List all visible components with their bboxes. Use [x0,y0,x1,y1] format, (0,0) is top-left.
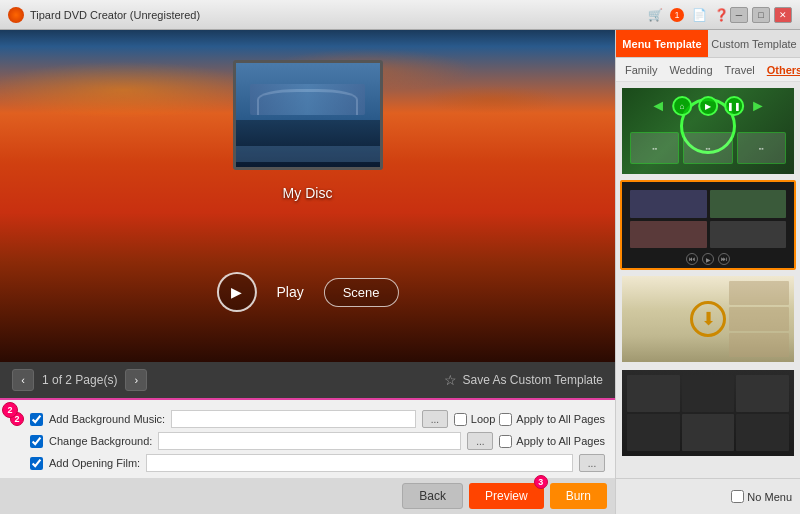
bg-music-label: Add Background Music: [49,413,165,425]
change-bg-row: Change Background: ... Apply to All Page… [10,432,605,450]
app-icon [8,7,24,23]
template-item-3[interactable]: ⬇ [620,274,796,364]
no-menu-label: No Menu [747,491,792,503]
bottom-actions: No Menu [616,478,800,514]
template-4-bg [622,370,794,456]
change-bg-label: Change Background: [49,435,152,447]
bg-music-row: 2 Add Background Music: ... Loop Apply t… [10,410,605,428]
bg-music-options: Loop Apply to All Pages [454,413,605,426]
change-bg-input[interactable] [158,432,461,450]
opening-film-checkbox[interactable] [30,457,43,470]
save-template-label: Save As Custom Template [462,373,603,387]
file-icon[interactable]: 📄 [690,6,708,24]
badge-2: 2 [2,402,18,418]
maximize-button[interactable]: □ [752,7,770,23]
pagination-bar: ‹ 1 of 2 Page(s) › ☆ Save As Custom Temp… [0,362,615,398]
templates-list: ◄ ⌂ ▶ ❚❚ ► ▪▪ ▪▪ [616,82,800,478]
apply-all-pages-label-2: Apply to All Pages [516,435,605,447]
disc-title: My Disc [283,185,333,201]
cart-icon[interactable]: 🛒 [646,6,664,24]
window-controls[interactable]: ─ □ ✕ [730,7,792,23]
loop-checkbox[interactable] [454,413,467,426]
travel-tab[interactable]: Travel [720,62,760,78]
change-bg-browse-button[interactable]: ... [467,432,493,450]
right-panel: Menu Template Custom Template Family Wed… [615,30,800,514]
help-icon[interactable]: ❓ [712,6,730,24]
template-item-4[interactable] [620,368,796,458]
family-tab[interactable]: Family [620,62,662,78]
disc-thumbnail [233,60,383,170]
menu-template-tab[interactable]: Menu Template [616,30,708,57]
burn-button[interactable]: Burn [550,483,607,509]
tab-header: Menu Template Custom Template [616,30,800,58]
bg-music-browse-button[interactable]: ... [422,410,448,428]
no-menu-checkbox[interactable] [731,490,744,503]
main-actions: Back 3 Preview Burn [0,478,615,514]
play-label[interactable]: Play [276,284,303,300]
minimize-button[interactable]: ─ [730,7,748,23]
badge-3: 3 [534,475,548,489]
download-icon: ⬇ [690,301,726,337]
prev-page-button[interactable]: ‹ [12,369,34,391]
opening-film-browse-button[interactable]: ... [579,454,605,472]
star-icon: ☆ [444,372,457,388]
opening-film-row: Add Opening Film: ... [10,454,605,472]
main-container: My Disc ▶ Play Scene ‹ 1 of 2 Page(s) › … [0,30,800,514]
toolbar-icons: 🛒 1 📄 ❓ [646,6,730,24]
save-template-button[interactable]: ☆ Save As Custom Template [444,372,603,388]
preview-background: My Disc ▶ Play Scene [0,30,615,362]
custom-template-tab[interactable]: Custom Template [708,30,800,57]
back-button[interactable]: Back [402,483,463,509]
change-bg-checkbox[interactable] [30,435,43,448]
title-bar: Tipard DVD Creator (Unregistered) 🛒 1 📄 … [0,0,800,30]
close-button[interactable]: ✕ [774,7,792,23]
template-item-2[interactable]: ⏮ ▶ ⏭ [620,180,796,270]
scene-button[interactable]: Scene [324,278,399,307]
template-2-bg: ⏮ ▶ ⏭ [622,182,794,268]
content-area: My Disc ▶ Play Scene ‹ 1 of 2 Page(s) › … [0,30,615,514]
opening-film-label: Add Opening Film: [49,457,140,469]
app-title: Tipard DVD Creator (Unregistered) [30,9,646,21]
badge-1: 1 [668,6,686,24]
loop-label: Loop [471,413,495,425]
template-3-bg: ⬇ [622,276,794,362]
bg-music-input[interactable] [171,410,416,428]
apply-all-pages-checkbox-1[interactable] [499,413,512,426]
preview-button[interactable]: Preview [469,483,544,509]
opening-film-input[interactable] [146,454,573,472]
next-page-button[interactable]: › [125,369,147,391]
template-1-bg: ◄ ⌂ ▶ ❚❚ ► ▪▪ ▪▪ [622,88,794,174]
change-bg-options: Apply to All Pages [499,435,605,448]
preview-area: My Disc ▶ Play Scene [0,30,615,362]
bg-music-checkbox[interactable] [30,413,43,426]
play-circle-button[interactable]: ▶ [216,272,256,312]
disc-thumbnail-inner [236,63,380,167]
page-info: 1 of 2 Page(s) [42,373,117,387]
category-tabs: Family Wedding Travel Others › [616,58,800,82]
preview-buttons: ▶ Play Scene [216,272,398,312]
wedding-tab[interactable]: Wedding [664,62,717,78]
apply-all-pages-label-1: Apply to All Pages [516,413,605,425]
no-menu-option: No Menu [731,490,792,503]
others-tab[interactable]: Others [762,62,800,78]
options-bar: 2 2 Add Background Music: ... Loop Apply… [0,398,615,478]
template-item-1[interactable]: ◄ ⌂ ▶ ❚❚ ► ▪▪ ▪▪ [620,86,796,176]
apply-all-pages-checkbox-2[interactable] [499,435,512,448]
